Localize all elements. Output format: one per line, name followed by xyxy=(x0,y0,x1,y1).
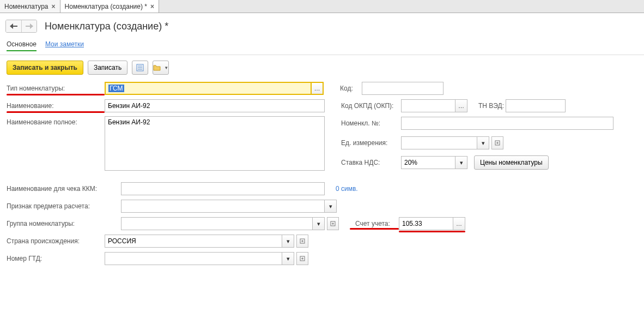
form: Тип номенклатуры: ГСМ … Код: Наименовани… xyxy=(0,81,644,277)
nds-dropdown-button[interactable]: ▾ xyxy=(455,156,467,169)
tab-nomenklatura-create[interactable]: Номенклатура (создание) * × xyxy=(60,0,159,13)
label-unit: Ед. измерения: xyxy=(336,139,401,147)
name-input[interactable] xyxy=(105,99,325,112)
label-group: Группа номенклатуры: xyxy=(7,218,121,230)
nomenkl-no-input[interactable] xyxy=(401,117,613,130)
gtd-input[interactable] xyxy=(105,252,282,265)
country-input[interactable] xyxy=(105,235,282,248)
tnved-input[interactable] xyxy=(506,99,566,112)
okpd-lookup-button[interactable]: … xyxy=(455,99,467,112)
page-title: Номенклатура (создание) * xyxy=(45,21,168,32)
type-field[interactable]: ГСМ xyxy=(105,82,312,95)
open-icon xyxy=(330,221,336,226)
back-button[interactable] xyxy=(6,20,21,32)
tab-nomenklatura[interactable]: Номенклатура × xyxy=(0,0,60,13)
tab-label: Номенклатура xyxy=(4,3,48,10)
label-country: Страна происхождения: xyxy=(7,235,105,247)
group-input[interactable] xyxy=(121,217,313,230)
type-lookup-button[interactable]: … xyxy=(312,82,324,95)
nav-buttons xyxy=(5,20,37,33)
unit-open-button[interactable] xyxy=(491,136,503,149)
folder-dropdown-button[interactable]: ▼ xyxy=(153,61,169,75)
kkm-input[interactable] xyxy=(121,182,325,195)
gtd-dropdown-button[interactable]: ▾ xyxy=(282,252,294,265)
subject-attr-input[interactable] xyxy=(121,200,325,213)
group-dropdown-button[interactable]: ▾ xyxy=(313,217,325,230)
label-nds: Ставка НДС: xyxy=(336,159,401,166)
prices-button[interactable]: Цены номенклатуры xyxy=(474,155,549,170)
group-open-button[interactable] xyxy=(327,217,339,230)
close-icon[interactable]: × xyxy=(52,3,56,10)
page-header: Номенклатура (создание) * xyxy=(0,13,644,37)
label-type: Тип номенклатуры: xyxy=(7,82,105,94)
close-icon[interactable]: × xyxy=(150,3,154,10)
tab-label: Номенклатура (создание) * xyxy=(65,3,147,10)
save-and-close-button[interactable]: Записать и закрыть xyxy=(7,61,83,75)
list-icon xyxy=(136,64,144,71)
label-subject-attr: Признак предмета расчета: xyxy=(7,200,121,212)
list-view-button[interactable] xyxy=(132,61,148,75)
subject-attr-dropdown-button[interactable]: ▾ xyxy=(325,200,337,213)
subnav-notes[interactable]: Мои заметки xyxy=(45,40,84,51)
label-code: Код: xyxy=(335,85,362,92)
account-input[interactable] xyxy=(399,217,453,230)
char-count[interactable]: 0 симв. xyxy=(336,185,358,193)
unit-dropdown-button[interactable]: ▾ xyxy=(477,136,489,149)
folder-icon xyxy=(153,64,162,71)
subnav-main[interactable]: Основное xyxy=(7,40,37,51)
save-button[interactable]: Записать xyxy=(88,61,127,75)
type-value: ГСМ xyxy=(108,85,124,92)
code-input[interactable] xyxy=(362,82,443,95)
sub-nav: Основное Мои заметки xyxy=(0,37,644,55)
label-nomenkl-no: Номенкл. №: xyxy=(336,119,401,127)
gtd-open-button[interactable] xyxy=(296,252,308,265)
label-tnved: ТН ВЭД: xyxy=(473,102,506,110)
label-name: Наименование: xyxy=(7,100,105,112)
open-icon xyxy=(495,140,500,146)
label-kkm: Наименование для чека ККМ: xyxy=(7,183,121,195)
forward-button[interactable] xyxy=(21,20,37,32)
label-gtd: Номер ГТД: xyxy=(7,253,105,265)
label-okpd: Код ОКПД (ОКП): xyxy=(336,102,401,110)
tab-bar: Номенклатура × Номенклатура (создание) *… xyxy=(0,0,644,13)
toolbar: Записать и закрыть Записать ▼ xyxy=(0,55,644,81)
open-icon xyxy=(300,238,305,244)
label-full-name: Наименование полное: xyxy=(7,116,105,128)
unit-input[interactable] xyxy=(401,136,477,149)
country-open-button[interactable] xyxy=(296,235,308,248)
country-dropdown-button[interactable]: ▾ xyxy=(282,235,294,248)
account-lookup-button[interactable]: … xyxy=(453,217,465,230)
okpd-input[interactable] xyxy=(401,99,455,112)
full-name-input[interactable] xyxy=(105,116,325,171)
open-icon xyxy=(300,256,305,261)
nds-input[interactable] xyxy=(401,156,455,169)
chevron-down-icon: ▼ xyxy=(164,65,168,70)
label-account: Счет учета: xyxy=(350,220,399,227)
